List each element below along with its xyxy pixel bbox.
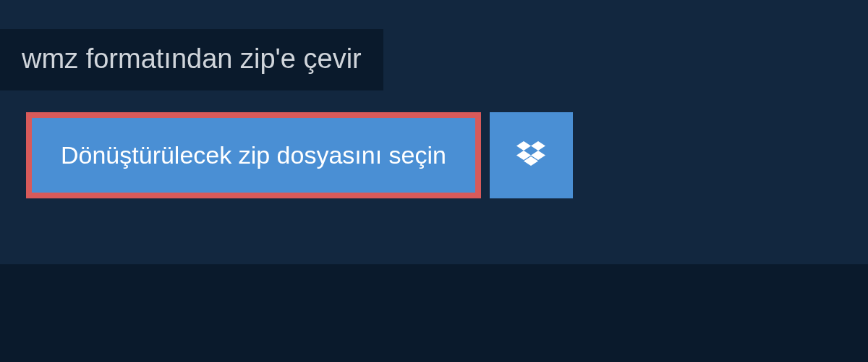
bottom-panel	[0, 264, 868, 362]
dropbox-button[interactable]	[490, 112, 573, 198]
select-file-button[interactable]: Dönüştürülecek zip dosyasını seçin	[26, 112, 481, 198]
button-row: Dönüştürülecek zip dosyasını seçin	[26, 112, 868, 198]
select-file-label: Dönüştürülecek zip dosyasını seçin	[61, 141, 446, 169]
title-bar: wmz formatından zip'e çevir	[0, 29, 383, 90]
dropbox-icon	[516, 141, 545, 170]
page-title: wmz formatından zip'e çevir	[22, 43, 362, 74]
